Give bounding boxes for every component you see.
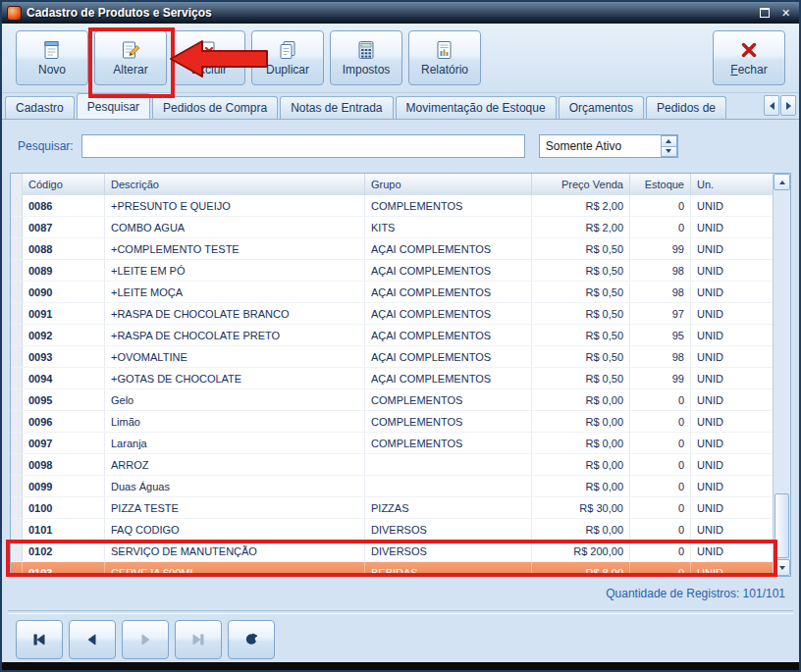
arrow-down-icon [666, 149, 671, 153]
window-title: Cadastro de Produtos e Serviços [27, 6, 751, 20]
table-cell: R$ 0,00 [532, 519, 630, 540]
table-row[interactable]: 0095GeloCOMPLEMENTOSR$ 0,000UNID [11, 389, 774, 411]
row-indicator [11, 217, 23, 237]
table-cell: COMPLEMENTOS [365, 195, 532, 216]
table-row[interactable]: 0090+LEITE MOÇAAÇAI COMPLEMENTOSR$ 0,509… [11, 282, 774, 303]
table-cell: R$ 0,50 [532, 282, 630, 302]
table-row[interactable]: 0099Duas ÁguasR$ 0,000UNID [11, 476, 774, 497]
table-cell: UNID [691, 303, 774, 324]
column-header[interactable]: Preço Venda [532, 174, 630, 195]
table-cell: UNID [691, 217, 774, 237]
table-row[interactable]: 0093+OVOMALTINEAÇAI COMPLEMENTOSR$ 0,509… [11, 346, 774, 368]
table-row[interactable]: 0096LimãoCOMPLEMENTOSR$ 0,000UNID [11, 411, 774, 433]
previous-record-button[interactable] [69, 620, 116, 659]
table-cell: UNID [691, 519, 774, 540]
table-cell: R$ 0,50 [532, 303, 630, 324]
column-header[interactable]: Grupo [365, 174, 532, 195]
tab-pesquisar[interactable]: Pesquisar [77, 93, 150, 119]
toolbar: Novo Alterar Excluir Duplicar Impostos R… [2, 24, 799, 93]
alterar-button[interactable]: Alterar [94, 30, 167, 85]
table-row[interactable]: 0086+PRESUNTO E QUEIJOCOMPLEMENTOSR$ 2,0… [11, 195, 774, 217]
tab-movimenta-o-de-estoque[interactable]: Movimentação de Estoque [396, 96, 557, 119]
row-indicator [11, 260, 23, 281]
table-cell: UNID [691, 260, 774, 281]
first-record-icon [32, 633, 46, 646]
search-input[interactable] [81, 134, 525, 158]
table-cell: 0089 [23, 260, 105, 281]
column-header[interactable]: Estoque [630, 174, 691, 195]
table-row[interactable]: 0089+LEITE EM PÓAÇAI COMPLEMENTOSR$ 0,50… [11, 260, 774, 282]
tab-pedidos-de-compra[interactable]: Pedidos de Compra [152, 96, 278, 119]
filter-select[interactable]: Somente Ativo [539, 134, 678, 158]
table-cell: 0 [630, 433, 691, 453]
table-row[interactable]: 0100PIZZA TESTEPIZZASR$ 30,000UNID [11, 497, 774, 519]
table-cell: COMPLEMENTOS [365, 411, 532, 432]
table-row[interactable]: 0102SERVIÇO DE MANUTENÇÃODIVERSOSR$ 200,… [11, 541, 774, 562]
maximize-button[interactable] [756, 5, 773, 21]
column-header[interactable]: Un. [691, 174, 774, 195]
duplicar-button[interactable]: Duplicar [251, 30, 324, 85]
table-cell: 0094 [23, 368, 105, 388]
table-cell: COMPLEMENTOS [365, 389, 532, 410]
tab-cadastro[interactable]: Cadastro [5, 96, 75, 119]
tab-scroll-right-button[interactable] [780, 95, 796, 116]
tab-notas-de-entrada[interactable]: Notas de Entrada [280, 96, 393, 119]
refresh-icon [244, 633, 258, 646]
tab-pedidos-de[interactable]: Pedidos de [646, 96, 726, 119]
table-cell: 0103 [23, 562, 105, 576]
table-cell: BEBIDAS [365, 562, 532, 576]
column-header[interactable]: Descrição [105, 174, 365, 195]
table-cell: 0087 [23, 217, 105, 237]
row-indicator [11, 454, 23, 475]
table-cell: 99 [630, 238, 691, 259]
impostos-button[interactable]: Impostos [330, 30, 402, 85]
maximize-icon [760, 8, 770, 18]
tab-or-amentos[interactable]: Orçamentos [559, 96, 644, 119]
table-cell: 0091 [23, 303, 105, 324]
title-bar: Cadastro de Produtos e Serviços ✕ [2, 2, 799, 24]
table-cell: R$ 2,00 [532, 195, 630, 216]
column-header[interactable]: Código [23, 174, 105, 195]
row-indicator [11, 497, 23, 518]
scroll-up-button[interactable] [774, 174, 790, 190]
filter-spin-up-button[interactable] [661, 135, 677, 147]
table-row[interactable]: 0097LaranjaCOMPLEMENTOSR$ 0,000UNID [11, 433, 774, 454]
table-cell: 0099 [23, 476, 105, 496]
row-indicator [11, 282, 23, 302]
table-cell: 0092 [23, 325, 105, 345]
table-cell: AÇAI COMPLEMENTOS [365, 303, 532, 324]
table-cell: R$ 8,00 [532, 562, 630, 576]
vertical-scrollbar[interactable] [773, 174, 790, 576]
table-cell: 97 [630, 303, 691, 324]
table-row[interactable]: 0098ARROZR$ 0,000UNID [11, 454, 774, 476]
table-cell: AÇAI COMPLEMENTOS [365, 282, 532, 302]
row-indicator [11, 368, 23, 388]
search-label: Pesquisar: [18, 139, 74, 153]
table-row[interactable]: 0088+COMPLEMENTO TESTEAÇAI COMPLEMENTOSR… [11, 238, 774, 260]
novo-button[interactable]: Novo [16, 30, 88, 85]
table-row[interactable]: 0103CERVEJA 600MLBEBIDASR$ 8,000UNID [11, 562, 774, 576]
impostos-label: Impostos [343, 63, 391, 77]
last-record-button[interactable] [175, 620, 222, 659]
app-icon [7, 6, 22, 21]
excluir-button[interactable]: Excluir [173, 30, 245, 85]
next-record-button[interactable] [122, 620, 169, 659]
first-record-button[interactable] [16, 620, 63, 659]
table-row[interactable]: 0092+RASPA DE CHOCOLATE PRETOAÇAI COMPLE… [11, 325, 774, 346]
table-row[interactable]: 0101FAQ CODIGODIVERSOSR$ 0,000UNID [11, 519, 774, 541]
relatorio-button[interactable]: Relatório [408, 30, 481, 85]
fechar-button[interactable]: Fechar [713, 30, 785, 85]
tab-scroll-left-button[interactable] [764, 95, 779, 116]
filter-spin-down-button[interactable] [661, 147, 677, 158]
table-row[interactable]: 0091+RASPA DE CHOCOLATE BRANCOAÇAI COMPL… [11, 303, 774, 325]
close-window-button[interactable]: ✕ [777, 5, 794, 21]
scroll-down-button[interactable] [774, 559, 790, 576]
refresh-button[interactable] [228, 620, 275, 659]
table-row[interactable]: 0087COMBO AGUAKITSR$ 2,000UNID [11, 217, 774, 238]
chevron-left-icon [770, 102, 774, 110]
table-cell: UNID [691, 562, 774, 576]
scrollbar-thumb[interactable] [774, 493, 789, 558]
row-indicator [11, 195, 23, 216]
table-row[interactable]: 0094+GOTAS DE CHOCOLATEAÇAI COMPLEMENTOS… [11, 368, 774, 389]
table-cell: 0 [630, 476, 691, 496]
